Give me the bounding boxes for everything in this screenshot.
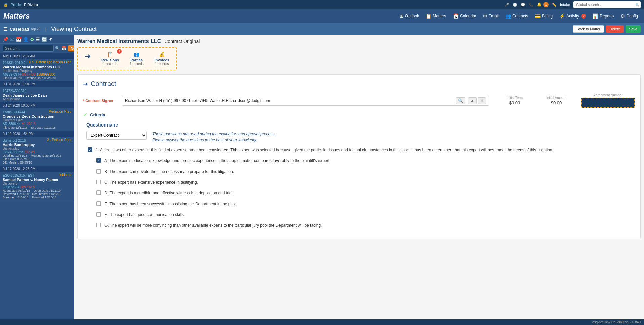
calendar-tool-icon[interactable]: 📅 (16, 37, 22, 42)
nav-item-contacts[interactable]: 👥 Contacts (503, 12, 531, 20)
case-dates-5a: Requested 08/01/18 Open Date 01/11/19 Re… (3, 189, 71, 196)
tab-revisions-label: Revisions (101, 58, 119, 62)
case-ids-1: A6759-09 FR8897-D3 1888999000 (3, 73, 71, 76)
sidebar-item-2[interactable]: 154726-500510 Dean James vs Joe Dean Acq… (0, 87, 74, 103)
activity-badge: 2 (581, 14, 586, 19)
calendar-icon: 📅 (453, 13, 459, 19)
nav-item-outlook[interactable]: ⊞ Outlook (397, 12, 422, 20)
billing-icon: 💳 (535, 13, 541, 19)
delete-button[interactable]: Delete (606, 25, 624, 33)
initial-term-group: Initial Term $0.00 (498, 96, 531, 105)
question-1c-text: C. The expert has extensive experience i… (104, 179, 198, 185)
question-1a-checkbox[interactable]: ✓ (96, 158, 101, 163)
search-icon: 🔍 (635, 3, 639, 7)
tab-invoices-count: 1 records (155, 62, 169, 66)
pin-icon[interactable]: 📌 (3, 37, 8, 42)
case-type-4: 2 - Petition Prep (47, 138, 71, 142)
nav-label-activity: Activity (566, 14, 579, 19)
refresh-icon[interactable]: 🔄 (41, 37, 47, 42)
phone-icon[interactable]: 📞 (529, 3, 533, 7)
question-1c-checkbox[interactable] (96, 180, 101, 184)
questionnaire-type-select[interactable]: Expert Contract (86, 131, 147, 140)
main-layout: 📌 🏷 📅 👤 ♻ ☰ 🔄 ⧩ 🔍 📅 New Aug 1 2020 12:54… (0, 35, 644, 325)
action-bar-right: Back to Matter Delete Save (573, 25, 641, 33)
footer-version: HoudiniEsq 2.0.840 (611, 320, 641, 324)
top-bar-icons: 🎤 🕐 💬 📞 🔔 1 ✏️ Intake (505, 2, 570, 7)
viewing-title: Viewing Contract (51, 26, 97, 33)
question-1a: ✓ A. The expert's education, knowledge a… (86, 158, 632, 164)
tab-parties-count: 1 records (130, 62, 144, 66)
tab-revisions[interactable]: 1 📋 Revisions 1 records (97, 50, 123, 67)
revisions-icon: 📋 (107, 52, 113, 57)
contacts-icon: 👥 (505, 13, 511, 19)
questionnaire-title: Questionnaire (86, 122, 632, 128)
nav-item-config[interactable]: ⚙ Config (618, 12, 641, 20)
nav-item-reports[interactable]: 📊 Reports (590, 12, 616, 20)
tag-icon[interactable]: 🏷 (10, 37, 14, 42)
tab-parties[interactable]: 👥 Parties 1 records (126, 50, 148, 67)
sidebar: 📌 🏷 📅 👤 ♻ ☰ 🔄 ⧩ 🔍 📅 New Aug 1 2020 12:54… (0, 35, 74, 325)
signer-up-button[interactable]: ▲ (468, 97, 477, 104)
sidebar-item-3[interactable]: Titans 8866-44 Mediation Prep Cronus vs … (0, 108, 74, 131)
sidebar-date-5: Jul 17 2020 12:25 PM (0, 166, 74, 172)
nav-item-billing[interactable]: 💳 Billing (532, 12, 555, 20)
nav-item-matters[interactable]: 📋 Matters (423, 12, 449, 20)
app-title: Matters (3, 12, 30, 21)
question-1g-checkbox[interactable] (96, 223, 101, 227)
nav-item-email[interactable]: ✉ Email (480, 12, 501, 20)
search-signer-button[interactable]: 🔍 (456, 97, 465, 104)
nav-item-calendar[interactable]: 📅 Calendar (450, 12, 479, 20)
sidebar-item-4[interactable]: Burns-oct-2016 2 - Petition Prep Harris … (0, 137, 74, 166)
clock-icon[interactable]: 🕐 (513, 3, 517, 7)
signer-clear-button[interactable]: ✕ (478, 97, 486, 104)
question-1a-text: A. The expert's education, knowledge and… (104, 158, 331, 164)
agreement-number-input[interactable] (581, 98, 635, 108)
sidebar-toggle-icon[interactable]: ☰ (3, 26, 8, 32)
question-1-checkbox[interactable]: ✓ (88, 147, 92, 152)
top-bar-right: 🎤 🕐 💬 📞 🔔 1 ✏️ Intake 🔍 (505, 1, 641, 8)
question-1b: B. The expert can devote the time necess… (86, 169, 632, 175)
criteria-text: Criteria (90, 112, 105, 117)
filter-icon[interactable]: ⧩ (48, 36, 52, 42)
contract-icon: ➜ (83, 80, 88, 88)
sidebar-search-input[interactable] (3, 45, 54, 52)
recycle-icon[interactable]: ♻ (30, 37, 34, 42)
nav-bar: Matters ⊞ Outlook 📋 Matters 📅 Calendar ✉… (0, 9, 644, 23)
sidebar-item-1[interactable]: 104831-2019-2 U.S. Patent Application Fi… (0, 59, 74, 81)
matters-icon: 📋 (426, 13, 431, 19)
person-icon[interactable]: 👤 (23, 37, 29, 42)
save-button[interactable]: Save (626, 25, 641, 33)
microphone-icon[interactable]: 🎤 (505, 3, 509, 7)
tab-navigate-back[interactable]: ➜ (81, 50, 95, 67)
question-1b-text: B. The expert can devote the time necess… (104, 169, 234, 175)
list-icon[interactable]: ☰ (36, 37, 40, 42)
tab-invoices[interactable]: 💰 Invoices 1 records (151, 50, 173, 67)
bell-icon[interactable]: 🔔 1 (537, 2, 549, 7)
global-search-input[interactable] (573, 1, 641, 8)
case-sub-5: Discovery (3, 182, 71, 185)
email-icon: ✉ (483, 13, 487, 19)
back-to-matter-button[interactable]: Back to Matter (573, 25, 604, 33)
caseload-top: top 25 (31, 27, 41, 31)
edit-icon[interactable]: ✏️ (552, 3, 557, 7)
question-1f-text: F. The expert has good communication ski… (104, 212, 185, 218)
case-number-4: Burns-oct-2016 (3, 139, 26, 142)
nav-item-activity[interactable]: ⚡ Activity 2 (557, 12, 589, 20)
contract-type: Contract Original (164, 39, 200, 44)
reports-icon: 📊 (593, 13, 598, 19)
question-1f-checkbox[interactable] (96, 212, 101, 217)
nav-label-email: Email (488, 14, 499, 19)
sidebar-item-5[interactable]: ESQ.2015.315.TEST Initiated Samuel Palme… (0, 172, 74, 201)
question-1b-checkbox[interactable] (96, 169, 101, 174)
profile-link[interactable]: Profile (11, 3, 21, 7)
calendar-search-icon[interactable]: 📅 (61, 46, 67, 51)
sidebar-search-icon[interactable]: 🔍 (55, 46, 60, 51)
intake-label[interactable]: Intake (560, 3, 570, 7)
question-1d-checkbox[interactable] (96, 190, 101, 195)
chat-icon[interactable]: 💬 (521, 3, 525, 7)
question-1e-checkbox[interactable] (96, 201, 101, 206)
case-name-4: Harris Bankruptcy (3, 143, 71, 147)
new-button[interactable]: New (68, 45, 74, 51)
case-name-2: Dean James vs Joe Dean (3, 93, 71, 97)
company-name: Warren Medical Instruments LLC (77, 38, 161, 44)
